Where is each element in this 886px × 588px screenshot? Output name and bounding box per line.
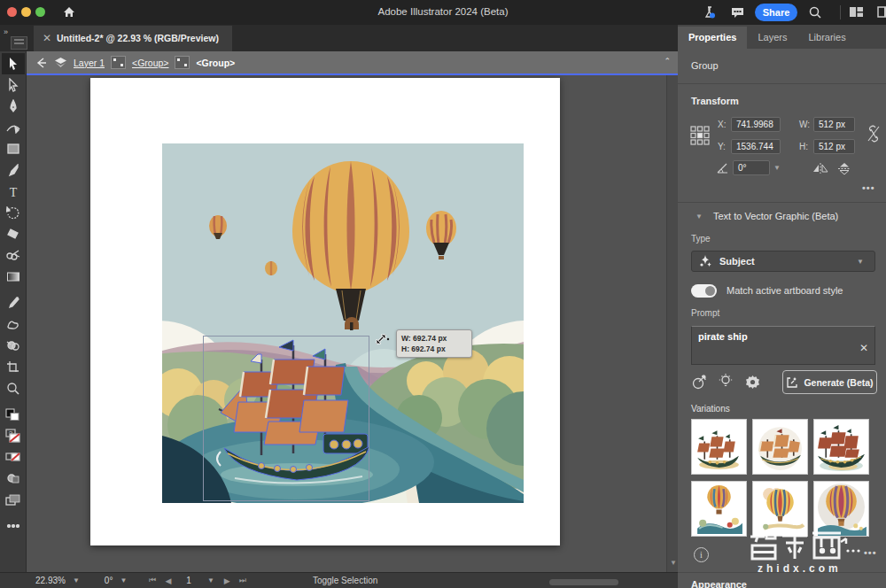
breadcrumb-layer-link[interactable]: Layer 1 bbox=[74, 58, 105, 68]
rotation-angle-icon bbox=[716, 163, 729, 174]
artboard-chevron-icon[interactable]: ▼ bbox=[204, 576, 218, 584]
document-tab[interactable]: ✕ Untitled-2* @ 22.93 % (RGB/Preview) bbox=[34, 26, 232, 51]
eraser-tool[interactable] bbox=[2, 223, 25, 244]
fill-none[interactable]: ? bbox=[2, 425, 25, 446]
variation-thumb-balloon-1[interactable] bbox=[691, 481, 747, 537]
scissors-tool[interactable] bbox=[2, 244, 25, 266]
style-picker-icon[interactable] bbox=[689, 372, 709, 391]
shape-builder-tool[interactable] bbox=[2, 335, 25, 356]
collapse-dock-icon[interactable]: » bbox=[4, 27, 7, 36]
tab-properties[interactable]: Properties bbox=[678, 27, 747, 49]
variation-thumb-balloon-3[interactable] bbox=[813, 481, 869, 537]
breadcrumb-group-link[interactable]: <Group> bbox=[132, 58, 168, 68]
artwork-illustration[interactable] bbox=[162, 143, 524, 503]
zoom-chevron-icon[interactable]: ▼ bbox=[69, 576, 83, 584]
status-mode-label[interactable]: Toggle Selection bbox=[313, 576, 377, 585]
variation-thumb-ship-3[interactable] bbox=[813, 419, 869, 475]
scroll-down-icon[interactable]: ▼ bbox=[670, 559, 677, 567]
breadcrumb-current-group: <Group> bbox=[196, 58, 235, 68]
selection-tool[interactable] bbox=[2, 53, 25, 74]
curvature-tool[interactable] bbox=[2, 117, 25, 138]
pen-tool[interactable] bbox=[2, 96, 25, 117]
rotate-tool[interactable] bbox=[2, 202, 25, 223]
collapsed-panel-icon[interactable] bbox=[11, 36, 27, 50]
workspace-switcher-icon[interactable] bbox=[849, 5, 865, 19]
match-style-toggle[interactable] bbox=[691, 284, 717, 298]
vertical-scrollbar[interactable]: ▼ bbox=[666, 75, 679, 572]
transform-more-options[interactable]: ••• bbox=[862, 182, 875, 193]
rectangle-tool[interactable] bbox=[2, 138, 25, 159]
layers-icon bbox=[54, 57, 67, 68]
reference-point-icon[interactable] bbox=[690, 126, 710, 145]
t2v-type-dropdown[interactable]: Subject ▼ bbox=[691, 251, 875, 272]
title-bar: Adobe Illustrator 2024 (Beta) Share bbox=[0, 0, 886, 25]
gradient-tool[interactable] bbox=[2, 266, 25, 287]
prompt-textarea[interactable]: pirate ship bbox=[691, 326, 875, 365]
svg-text:T: T bbox=[9, 185, 17, 198]
flip-vertical-icon[interactable] bbox=[837, 162, 851, 175]
document-tab-bar: » ✕ Untitled-2* @ 22.93 % (RGB/Preview) bbox=[0, 25, 680, 51]
divider bbox=[678, 202, 886, 203]
h-field[interactable]: 512 px bbox=[813, 139, 855, 154]
h-label: H: bbox=[799, 142, 808, 151]
first-artboard-button[interactable]: ⏮ bbox=[146, 576, 159, 585]
fill-stroke-swatches[interactable] bbox=[2, 404, 25, 425]
variation-thumb-balloon-2[interactable] bbox=[752, 481, 808, 537]
draw-mode-icon[interactable] bbox=[2, 468, 25, 489]
watermark-url: zhidx.com bbox=[758, 562, 882, 575]
variation-thumb-ship-2[interactable] bbox=[752, 419, 808, 475]
y-field[interactable]: 1536.744 bbox=[731, 139, 781, 154]
ai-sparkle-icon bbox=[699, 255, 711, 267]
artboard-number-field[interactable]: 1 bbox=[177, 576, 200, 585]
titlebar-divider bbox=[840, 5, 841, 19]
comments-icon[interactable] bbox=[730, 5, 746, 19]
rotation-select[interactable]: 0° bbox=[105, 576, 113, 585]
horizontal-scrollbar-thumb[interactable] bbox=[549, 579, 618, 585]
tab-libraries[interactable]: Libraries bbox=[797, 27, 856, 49]
artboard-tool[interactable] bbox=[2, 356, 25, 377]
tab-layers[interactable]: Layers bbox=[747, 27, 797, 49]
x-field[interactable]: 741.9968 bbox=[731, 117, 781, 132]
rotation-field[interactable]: 0° bbox=[733, 160, 770, 175]
variations-title: Variations bbox=[691, 404, 730, 414]
t2v-type-label: Type bbox=[691, 234, 711, 244]
prev-artboard-button[interactable]: ◀ bbox=[162, 576, 174, 585]
eyedropper-tool[interactable] bbox=[2, 292, 25, 313]
group-icon bbox=[111, 56, 126, 69]
share-button[interactable]: Share bbox=[755, 4, 797, 21]
last-artboard-button[interactable]: ⏭ bbox=[237, 576, 249, 585]
link-dimensions-icon[interactable] bbox=[867, 124, 881, 143]
panel-toggle-icon[interactable] bbox=[877, 5, 886, 19]
back-arrow-icon[interactable] bbox=[35, 58, 48, 68]
close-tab-icon[interactable]: ✕ bbox=[43, 32, 51, 44]
zoom-level-select[interactable]: 22.93% bbox=[35, 576, 66, 585]
beta-flask-icon[interactable] bbox=[703, 5, 719, 19]
direct-selection-tool[interactable] bbox=[2, 74, 25, 96]
properties-panel: Properties Layers Libraries Group Transf… bbox=[678, 25, 886, 588]
transform-section-title: Transform bbox=[691, 96, 739, 106]
canvas-area[interactable]: W: 692.74 px H: 692.74 px bbox=[27, 75, 666, 572]
generate-button[interactable]: Generate (Beta) bbox=[782, 370, 877, 394]
suggestions-lightbulb-icon[interactable] bbox=[716, 372, 735, 391]
info-icon[interactable]: i bbox=[694, 547, 709, 562]
t2v-collapse-icon[interactable]: ▼ bbox=[692, 213, 706, 220]
clear-prompt-icon[interactable]: ✕ bbox=[859, 342, 868, 354]
prompt-label: Prompt bbox=[691, 308, 719, 318]
screen-mode-icon[interactable] bbox=[2, 489, 25, 510]
zoom-tool[interactable] bbox=[2, 377, 25, 398]
paintbrush-tool[interactable] bbox=[2, 159, 25, 181]
search-icon[interactable] bbox=[808, 5, 824, 19]
collapse-controlbar-icon[interactable]: ⌃ bbox=[664, 57, 671, 66]
more-tools-icon[interactable] bbox=[2, 515, 25, 537]
stroke-none[interactable] bbox=[2, 446, 25, 468]
w-field[interactable]: 512 px bbox=[813, 117, 855, 132]
rotation-field-chevron-icon[interactable]: ▼ bbox=[770, 164, 784, 172]
hand-tool[interactable] bbox=[2, 313, 25, 335]
next-artboard-button[interactable]: ▶ bbox=[222, 576, 233, 585]
control-bar: Layer 1 <Group> <Group> ⌃ bbox=[27, 51, 678, 74]
rotation-chevron-icon[interactable]: ▼ bbox=[116, 576, 130, 584]
settings-gear-icon[interactable] bbox=[742, 372, 762, 391]
flip-horizontal-icon[interactable] bbox=[812, 162, 828, 174]
variation-thumb-ship-1[interactable] bbox=[691, 419, 747, 475]
type-tool[interactable]: T bbox=[2, 181, 25, 202]
